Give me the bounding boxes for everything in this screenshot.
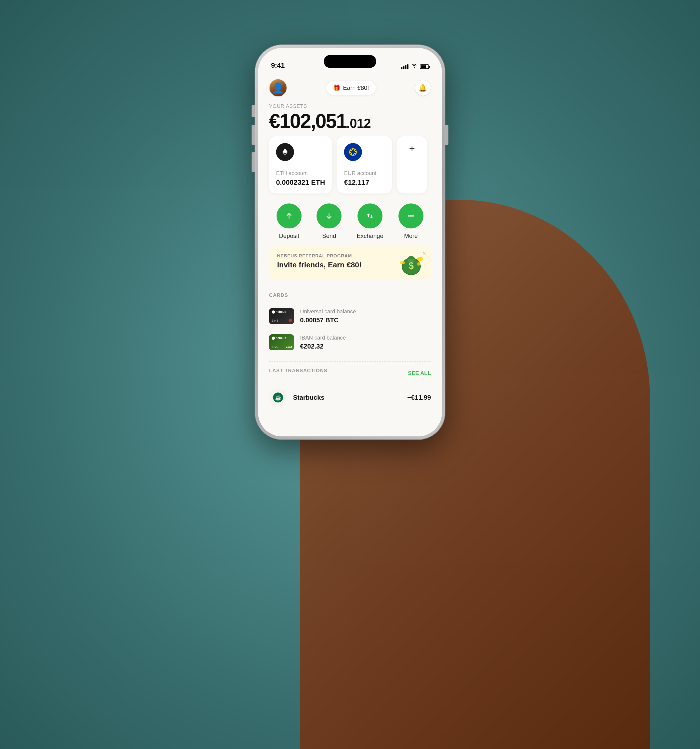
silent-button <box>251 105 255 117</box>
iban-card-value: €202.32 <box>300 342 431 350</box>
transactions-header: LAST TRANSACTIONS SEE ALL <box>269 368 431 379</box>
wifi-icon <box>412 64 417 69</box>
actions-row: Deposit Send <box>258 199 442 246</box>
universal-card-label: Universal card balance <box>300 308 431 315</box>
cards-section-label: CARDS <box>269 292 431 298</box>
iban-card-number: 5722 <box>271 345 279 348</box>
iban-card-brand: ⬤ nebeus <box>271 336 286 340</box>
assets-amount: €102,051.012 <box>269 111 431 131</box>
send-button[interactable] <box>317 203 342 228</box>
divider-1 <box>269 286 431 286</box>
iban-card-label: IBAN card balance <box>300 335 431 341</box>
cards-section: CARDS ⬤ nebeus 2345 Universal card balan… <box>258 292 442 361</box>
header: 🎁 Earn €80! 🔔 <box>258 73 442 101</box>
add-account-card[interactable]: + <box>397 136 427 194</box>
more-action[interactable]: More <box>398 203 423 239</box>
svg-point-0 <box>349 148 357 156</box>
eur-account-label: EUR account <box>344 170 385 177</box>
svg-point-12 <box>412 215 414 217</box>
universal-card-item[interactable]: ⬤ nebeus 2345 Universal card balance 0.0… <box>269 303 431 329</box>
universal-card-visual: ⬤ nebeus 2345 <box>269 308 294 324</box>
eth-account-label: ETH account <box>276 170 325 177</box>
volume-down-button <box>251 152 255 172</box>
deposit-action[interactable]: Deposit <box>277 203 302 239</box>
assets-label: YOUR ASSETS <box>269 103 431 109</box>
signal-bar-2 <box>403 66 404 69</box>
status-icons <box>401 64 429 69</box>
iban-card-item[interactable]: ⬤ nebeus 5722 VISA IBAN card balance €20… <box>269 329 431 355</box>
send-label: Send <box>322 232 336 239</box>
earn-button-label: Earn €80! <box>343 84 369 92</box>
avatar[interactable] <box>269 79 287 97</box>
eur-account-value: €12.117 <box>344 179 385 186</box>
universal-card-info: Universal card balance 0.00057 BTC <box>300 308 431 324</box>
svg-point-3 <box>355 151 356 152</box>
universal-card-number: 2345 <box>271 319 279 322</box>
status-time: 9:41 <box>271 61 285 69</box>
deposit-button[interactable] <box>277 203 302 228</box>
gift-icon: 🎁 <box>333 84 340 92</box>
earn-button[interactable]: 🎁 Earn €80! <box>326 81 376 95</box>
assets-section: YOUR ASSETS €102,051.012 <box>258 101 442 136</box>
universal-card-value: 0.00057 BTC <box>300 316 431 324</box>
transactions-section: LAST TRANSACTIONS SEE ALL ☕ <box>258 368 442 411</box>
dynamic-island <box>324 55 376 68</box>
eth-icon <box>276 143 294 161</box>
exchange-action[interactable]: Exchange <box>357 203 383 239</box>
svg-text:$: $ <box>409 261 414 271</box>
svg-point-16 <box>408 256 414 259</box>
scene: 9:41 <box>0 0 700 749</box>
referral-graphic: $ <box>397 249 425 279</box>
divider-2 <box>269 361 431 362</box>
iban-card-info: IBAN card balance €202.32 <box>300 335 431 350</box>
phone-wrapper: 9:41 <box>255 45 445 439</box>
battery-icon <box>420 64 429 69</box>
power-button <box>445 125 449 145</box>
see-all-button[interactable]: SEE ALL <box>408 370 431 376</box>
signal-bar-4 <box>407 64 409 69</box>
universal-card-brand: ⬤ nebeus <box>271 310 286 313</box>
visa-icon: VISA <box>286 345 292 348</box>
more-button[interactable] <box>398 203 423 228</box>
svg-point-10 <box>408 215 410 217</box>
phone-screen: 9:41 <box>258 48 442 436</box>
svg-point-19 <box>400 261 405 264</box>
svg-point-8 <box>350 150 352 151</box>
svg-point-9 <box>352 149 353 150</box>
transactions-label: LAST TRANSACTIONS <box>269 368 328 373</box>
svg-point-7 <box>350 152 351 153</box>
bell-icon: 🔔 <box>418 84 427 92</box>
avatar-image <box>270 79 286 96</box>
battery-fill <box>421 66 426 68</box>
eur-icon <box>344 143 362 161</box>
notification-button[interactable]: 🔔 <box>415 80 431 96</box>
svg-point-20 <box>417 262 420 266</box>
signal-icon <box>401 64 409 69</box>
referral-banner[interactable]: × NEBEUS REFERRAL PROGRAM Invite friends… <box>269 246 431 279</box>
svg-point-4 <box>354 153 356 154</box>
svg-point-18 <box>417 257 423 261</box>
starbucks-info: Starbucks <box>293 394 401 402</box>
signal-bar-3 <box>405 65 406 69</box>
assets-amount-main: €102,051 <box>269 110 346 132</box>
send-action[interactable]: Send <box>317 203 342 239</box>
svg-point-11 <box>410 215 412 217</box>
exchange-button[interactable] <box>357 203 383 228</box>
svg-point-5 <box>353 154 354 155</box>
eth-account-card[interactable]: ETH account 0.0002321 ETH <box>269 136 332 194</box>
starbucks-icon: ☕ <box>269 388 287 407</box>
svg-text:☕: ☕ <box>275 395 281 401</box>
iban-card-visual: ⬤ nebeus 5722 VISA <box>269 334 294 350</box>
starbucks-amount: −€11.99 <box>407 394 431 402</box>
eth-account-value: 0.0002321 ETH <box>276 179 325 186</box>
signal-bar-1 <box>401 67 403 69</box>
transaction-starbucks[interactable]: ☕ Starbucks −€11.99 <box>269 384 431 411</box>
deposit-label: Deposit <box>279 232 299 239</box>
exchange-label: Exchange <box>357 232 383 239</box>
starbucks-name: Starbucks <box>293 394 401 402</box>
svg-point-6 <box>351 153 352 155</box>
eur-account-card[interactable]: EUR account €12.117 <box>337 136 392 194</box>
mastercard-icon <box>288 319 292 322</box>
accounts-scroll: ETH account 0.0002321 ETH <box>258 136 442 199</box>
phone-outer: 9:41 <box>255 45 445 439</box>
